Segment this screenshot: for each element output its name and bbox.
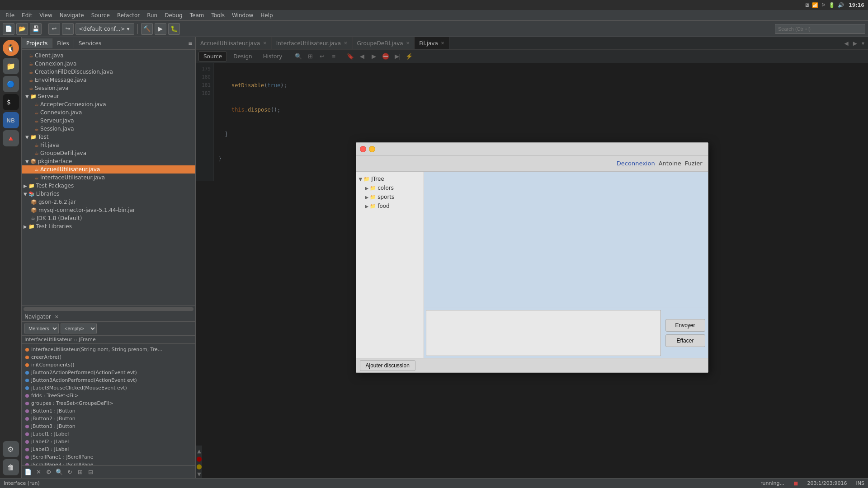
new-file-btn[interactable]: 📄 [3, 23, 14, 35]
tab-projects[interactable]: Projects [22, 38, 52, 48]
filter-btn[interactable]: 🔍 [55, 468, 64, 477]
menu-bar: File Edit View Navigate Source Refactor … [0, 10, 868, 21]
redo-btn[interactable]: ↪ [62, 23, 74, 35]
collapse-all-btn[interactable]: ⊟ [86, 468, 95, 477]
tree-item[interactable]: ☕ Serveur.java [22, 117, 195, 125]
menu-window[interactable]: Window [228, 11, 257, 19]
menu-refactor[interactable]: Refactor [113, 11, 143, 19]
menu-tools[interactable]: Tools [208, 11, 228, 19]
tab-files[interactable]: Files [52, 38, 74, 48]
tree-item-jtree[interactable]: ▼ 📁 JTree [356, 174, 424, 183]
panel-collapse-btn[interactable]: ≡ [185, 40, 195, 47]
nav-item-method[interactable]: creerArbre() [22, 353, 195, 361]
message-input[interactable] [426, 310, 661, 356]
menu-help[interactable]: Help [257, 11, 276, 19]
nav-item-method[interactable]: jButton3ActionPerformed(ActionEvent evt) [22, 376, 195, 384]
ubuntu-icon[interactable]: 🐧 [3, 40, 19, 56]
tree-item[interactable]: ☕ Session.java [22, 84, 195, 92]
dialog-close-btn[interactable] [360, 146, 366, 152]
menu-file[interactable]: File [2, 11, 18, 19]
refresh-btn[interactable]: ↻ [65, 468, 74, 477]
undo-btn[interactable]: ↩ [48, 23, 60, 35]
tree-item[interactable]: ☕ Connexion.java [22, 60, 195, 68]
save-btn[interactable]: 💾 [30, 23, 42, 35]
add-discussion-btn[interactable]: Ajouter discussion [360, 360, 415, 371]
settings-btn[interactable]: ⚙ [44, 468, 53, 477]
tree-item[interactable]: ☕ Session.java [22, 125, 195, 133]
tree-folder-pkginterface[interactable]: ▼ 📦 pkginterface [22, 157, 195, 165]
nav-item-field[interactable]: jLabel1 : JLabel [22, 430, 195, 438]
netbeans-icon[interactable]: NB [3, 112, 19, 128]
nav-item-constructor[interactable]: InterfaceUtilisateur(String nom, String … [22, 346, 195, 353]
tree-item[interactable]: ☕ InterfaceUtilisateur.java [22, 174, 195, 182]
status-stop-btn[interactable]: ■ [793, 480, 798, 486]
nav-item-field[interactable]: jButton3 : JButton [22, 422, 195, 430]
run-btn[interactable]: ▶ [155, 23, 166, 35]
navigator-close-btn[interactable]: ✕ [55, 314, 59, 320]
new-btn[interactable]: 📄 [24, 468, 33, 477]
menu-source[interactable]: Source [88, 11, 113, 19]
dialog-min-btn[interactable] [369, 146, 375, 152]
deconnexion-link[interactable]: Deconnexion [617, 160, 655, 167]
build-btn[interactable]: 🔨 [141, 23, 153, 35]
menu-team[interactable]: Team [186, 11, 208, 19]
nav-item-field[interactable]: jScrollPane1 : JScrollPane [22, 453, 195, 461]
expand-all-btn[interactable]: ⊞ [75, 468, 85, 477]
config-dropdown[interactable]: <default conf...> ▾ [75, 23, 134, 35]
tree-scrollbar[interactable] [22, 305, 195, 312]
nav-item-label: jLabel3MouseClicked(MouseEvent evt) [31, 385, 127, 391]
tree-item[interactable]: ☕ EnvoiMessage.java [22, 76, 195, 84]
tree-folder-libraries[interactable]: ▼ 📚 Libraries [22, 190, 195, 198]
vlc-icon[interactable]: 🔺 [3, 130, 19, 146]
nav-item-field[interactable]: groupes : TreeSet<GroupeDeFil> [22, 399, 195, 407]
tree-item-sports[interactable]: ▶ 📁 sports [356, 192, 424, 202]
send-button[interactable]: Envoyer [665, 319, 705, 332]
tree-folder-serveur[interactable]: ▼ 📁 Serveur [22, 92, 195, 100]
editor-area: AccueilUtilisateur.java ✕ InterfaceUtili… [196, 37, 868, 478]
tree-folder-test[interactable]: ▼ 📁 Test [22, 133, 195, 141]
nav-item-field[interactable]: jLabel2 : JLabel [22, 438, 195, 446]
nav-item-label: jLabel1 : JLabel [31, 431, 69, 437]
clear-button[interactable]: Effacer [665, 334, 705, 347]
nav-item-method[interactable]: jLabel3MouseClicked(MouseEvent evt) [22, 384, 195, 392]
tree-folder-testpkg[interactable]: ▶ 📁 Test Packages [22, 182, 195, 190]
tree-item[interactable]: ☕ Client.java [22, 52, 195, 60]
menu-view[interactable]: View [36, 11, 56, 19]
members-select[interactable]: Members [24, 324, 59, 333]
nav-item-method[interactable]: jButton2ActionPerformed(ActionEvent evt) [22, 369, 195, 376]
nav-item-field[interactable]: jButton1 : JButton [22, 407, 195, 415]
tree-expand-arrow: ▶ [365, 204, 369, 209]
nav-item-method[interactable]: initComponents() [22, 361, 195, 369]
tree-folder-testlib[interactable]: ▶ 📁 Test Libraries [22, 222, 195, 230]
tree-item-mysql[interactable]: 📦 mysql-connector-java-5.1.44-bin.jar [22, 206, 195, 214]
trash-icon[interactable]: 🗑 [3, 459, 19, 475]
tree-item-colors[interactable]: ▶ 📁 colors [356, 183, 424, 192]
menu-debug[interactable]: Debug [161, 11, 186, 19]
nav-item-field[interactable]: fdds : TreeSet<Fil> [22, 392, 195, 399]
nav-item-field[interactable]: jButton2 : JButton [22, 415, 195, 422]
delete-btn[interactable]: ✕ [34, 468, 43, 477]
search-input[interactable] [775, 24, 865, 34]
nav-item-field[interactable]: jLabel3 : JLabel [22, 446, 195, 453]
tree-item-food[interactable]: ▶ 📁 food [356, 202, 424, 211]
tree-item[interactable]: ☕ Fil.java [22, 141, 195, 149]
menu-navigate[interactable]: Navigate [56, 11, 88, 19]
open-file-btn[interactable]: 📂 [16, 23, 28, 35]
tree-item-accueil[interactable]: ☕ AccueilUtilisateur.java [22, 165, 195, 174]
empty-select[interactable]: <empty> [61, 324, 97, 333]
tree-item[interactable]: ☕ Connexion.java [22, 108, 195, 117]
tree-item-jdk[interactable]: ☕ JDK 1.8 (Default) [22, 214, 195, 222]
debug-btn[interactable]: 🐛 [168, 23, 180, 35]
browser-icon[interactable]: 🔵 [3, 76, 19, 92]
menu-run[interactable]: Run [143, 11, 161, 19]
tree-item[interactable]: ☕ CreationFilDeDiscussion.java [22, 68, 195, 76]
tree-item[interactable]: ☕ AccepterConnexion.java [22, 100, 195, 108]
files-icon[interactable]: 📁 [3, 58, 19, 74]
menu-edit[interactable]: Edit [18, 11, 36, 19]
tree-item[interactable]: ☕ GroupeDeFil.java [22, 149, 195, 157]
tree-item-gson[interactable]: 📦 gson-2.6.2.jar [22, 198, 195, 206]
folder-icon: 📁 [30, 94, 37, 99]
terminal-icon[interactable]: $_ [3, 94, 19, 110]
tab-services[interactable]: Services [74, 38, 107, 48]
system-icon[interactable]: ⚙ [3, 441, 19, 457]
